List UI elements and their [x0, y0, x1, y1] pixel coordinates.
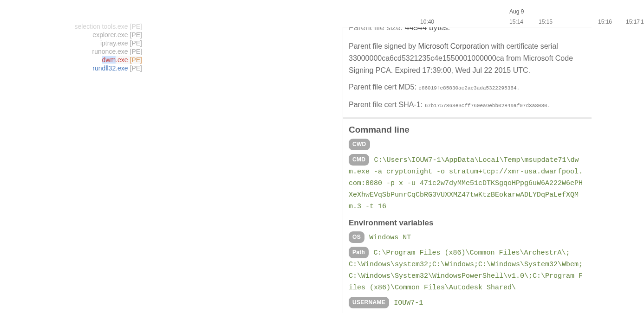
detail-panel: Parent file size: 44544 bytes. Parent fi…	[343, 27, 592, 313]
parent-cert-sha1: Parent file cert SHA-1: 67b1757863e3cff7…	[349, 99, 586, 112]
tree-item[interactable]: iptray.exe [PE]	[0, 39, 144, 47]
tree-item[interactable]: rundll32.exe [PE]	[0, 64, 144, 72]
tree-item[interactable]: explorer.exe [PE]	[0, 31, 144, 39]
parent-file-size: Parent file size: 44544 bytes.	[349, 27, 586, 32]
cmd-pill: CMD	[349, 154, 369, 166]
timeline-tick: 10:40	[420, 19, 434, 25]
env-user-row: USERNAME IOUW7-1	[349, 297, 586, 308]
username-pill: USERNAME	[349, 297, 389, 308]
process-tree: selection tools.exe [PE] explorer.exe [P…	[0, 23, 144, 72]
env-path-row: Path C:\Program Files (x86)\Common Files…	[349, 247, 586, 293]
os-pill: OS	[349, 231, 364, 243]
cmd-value[interactable]: C:\Users\IOUW7-1\AppData\Local\Temp\msup…	[349, 156, 583, 211]
cmd-row: CMD C:\Users\IOUW7-1\AppData\Local\Temp\…	[349, 154, 586, 212]
env-os-row: OS Windows_NT	[349, 231, 586, 243]
parent-signed: Parent file signed by Microsoft Corporat…	[349, 40, 586, 77]
cwd-pill: CWD	[349, 139, 370, 150]
timeline-tick: 15	[641, 19, 644, 25]
timeline-date: Aug 9	[509, 8, 524, 15]
parent-cert-md5: Parent file cert MD5: e86019fe85830ac2ae…	[349, 81, 586, 94]
tree-item[interactable]: runonce.exe [PE]	[0, 47, 144, 56]
timeline-tick: 15:17	[626, 19, 640, 25]
env-header: Environment variables	[349, 218, 586, 228]
path-pill: Path	[349, 247, 369, 258]
commandline-header: Command line	[349, 125, 586, 135]
tree-item[interactable]: selection tools.exe [PE]	[0, 22, 144, 31]
timeline-tick: 15:16	[598, 19, 612, 25]
tree-item-selected[interactable]: dwm.exe [PE]	[0, 56, 144, 64]
timeline-tick: 15:14	[509, 19, 523, 25]
cwd-row: CWD	[349, 139, 586, 150]
timeline-tick: 15:15	[539, 19, 553, 25]
